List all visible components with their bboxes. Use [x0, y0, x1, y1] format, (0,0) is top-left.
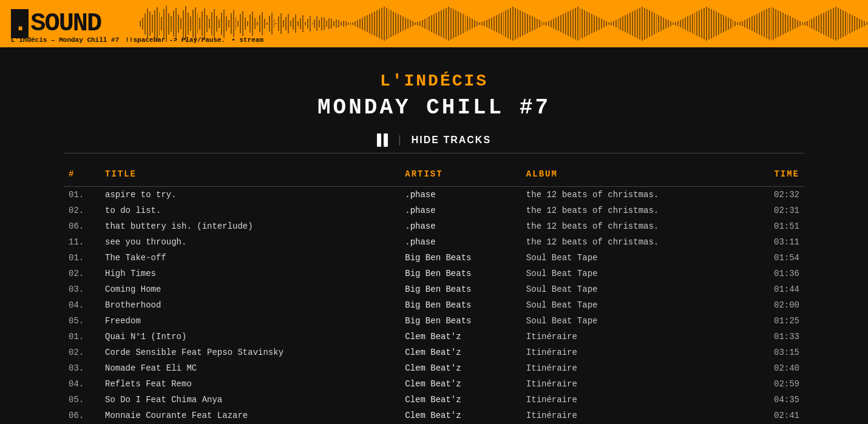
- table-row[interactable]: 06. that buttery ish. (interlude) .phase…: [64, 218, 804, 234]
- track-album: Soul Beat Tape: [521, 281, 748, 297]
- track-title: Freedom: [100, 313, 400, 329]
- track-artist: Big Ben Beats: [400, 297, 521, 313]
- track-time: 01:54: [748, 250, 804, 266]
- table-row[interactable]: 04. Brotherhood Big Ben Beats Soul Beat …: [64, 297, 804, 313]
- col-num: #: [64, 166, 100, 187]
- table-row[interactable]: 05. So Do I Feat Chima Anya Clem Beat'z …: [64, 392, 804, 408]
- track-time: 02:32: [748, 187, 804, 203]
- table-header: # TITLE ARTIST ALBUM TIME: [64, 166, 804, 187]
- artist-name: L'INDÉCIS: [64, 72, 804, 90]
- table-row[interactable]: 03. Nomade Feat Eli MC Clem Beat'z Itiné…: [64, 360, 804, 376]
- track-num: 06.: [64, 218, 100, 234]
- table-row[interactable]: 01. The Take-off Big Ben Beats Soul Beat…: [64, 250, 804, 266]
- track-artist: Big Ben Beats: [400, 250, 521, 266]
- track-artist: Big Ben Beats: [400, 266, 521, 281]
- table-row[interactable]: 11. see you through. .phase the 12 beats…: [64, 234, 804, 250]
- pause-bar-right: [384, 133, 388, 147]
- stream-link[interactable]: • stream: [231, 36, 263, 44]
- track-time: 01:25: [748, 313, 804, 329]
- track-num: 02.: [64, 203, 100, 218]
- divider: [64, 153, 804, 153]
- track-time: 02:59: [748, 376, 804, 392]
- logo-dot: .: [11, 9, 29, 38]
- now-playing-bar: L'indécis – Monday Chill #7 !!spacebar -…: [11, 36, 263, 44]
- track-num: 04.: [64, 297, 100, 313]
- col-time: TIME: [748, 166, 804, 187]
- track-artist: Big Ben Beats: [400, 313, 521, 329]
- track-title: Coming Home: [100, 281, 400, 297]
- track-time: 01:33: [748, 329, 804, 345]
- table-row[interactable]: 06. Monnaie Courante Feat Lazare Clem Be…: [64, 408, 804, 423]
- col-artist: ARTIST: [400, 166, 521, 187]
- header-row: # TITLE ARTIST ALBUM TIME: [64, 166, 804, 187]
- track-artist: .phase: [400, 187, 521, 203]
- track-title: to do list.: [100, 203, 400, 218]
- main-content: L'INDÉCIS MONDAY CHILL #7 | HIDE TRACKS …: [39, 47, 829, 424]
- table-row[interactable]: 01. aspire to try. .phase the 12 beats o…: [64, 187, 804, 203]
- track-num: 03.: [64, 360, 100, 376]
- track-num: 06.: [64, 408, 100, 423]
- album-title: MONDAY CHILL #7: [64, 95, 804, 120]
- track-artist: Clem Beat'z: [400, 360, 521, 376]
- track-artist: .phase: [400, 218, 521, 234]
- track-artist: .phase: [400, 234, 521, 250]
- track-title: So Do I Feat Chima Anya: [100, 392, 400, 408]
- track-time: 02:31: [748, 203, 804, 218]
- track-num: 03.: [64, 281, 100, 297]
- track-title: Monnaie Courante Feat Lazare: [100, 408, 400, 423]
- track-artist: Clem Beat'z: [400, 345, 521, 360]
- track-num: 02.: [64, 345, 100, 360]
- track-album: Soul Beat Tape: [521, 297, 748, 313]
- col-title: TITLE: [100, 166, 400, 187]
- track-artist: Big Ben Beats: [400, 281, 521, 297]
- track-title: that buttery ish. (interlude): [100, 218, 400, 234]
- track-time: 02:40: [748, 360, 804, 376]
- track-time: 01:51: [748, 218, 804, 234]
- hint-text: !!spacebar -> Play/Pause.: [125, 36, 225, 44]
- track-list: 01. aspire to try. .phase the 12 beats o…: [64, 187, 804, 425]
- track-time: 04:35: [748, 392, 804, 408]
- controls-row: | HIDE TRACKS: [64, 133, 804, 147]
- track-time: 02:41: [748, 408, 804, 423]
- track-time: 03:11: [748, 234, 804, 250]
- track-num: 05.: [64, 392, 100, 408]
- track-album: Itinéraire: [521, 329, 748, 345]
- table-row[interactable]: 02. High Times Big Ben Beats Soul Beat T…: [64, 266, 804, 281]
- track-title: Corde Sensible Feat Pepso Stavinsky: [100, 345, 400, 360]
- track-album: Itinéraire: [521, 408, 748, 423]
- now-playing-text: L'indécis – Monday Chill #7: [11, 36, 119, 44]
- track-title: see you through.: [100, 234, 400, 250]
- track-title: aspire to try.: [100, 187, 400, 203]
- track-title: Quai N°1 (Intro): [100, 329, 400, 345]
- track-album: the 12 beats of christmas.: [521, 218, 748, 234]
- table-row[interactable]: 02. to do list. .phase the 12 beats of c…: [64, 203, 804, 218]
- track-artist: Clem Beat'z: [400, 392, 521, 408]
- pause-button[interactable]: [377, 133, 388, 147]
- track-title: Reflets Feat Remo: [100, 376, 400, 392]
- track-album: the 12 beats of christmas.: [521, 234, 748, 250]
- track-album: Itinéraire: [521, 345, 748, 360]
- table-row[interactable]: 03. Coming Home Big Ben Beats Soul Beat …: [64, 281, 804, 297]
- track-artist: Clem Beat'z: [400, 408, 521, 423]
- track-title: The Take-off: [100, 250, 400, 266]
- track-album: Itinéraire: [521, 392, 748, 408]
- track-artist: Clem Beat'z: [400, 329, 521, 345]
- track-album: Soul Beat Tape: [521, 313, 748, 329]
- track-table: # TITLE ARTIST ALBUM TIME 01. aspire to …: [64, 166, 804, 424]
- table-row[interactable]: 01. Quai N°1 (Intro) Clem Beat'z Itinéra…: [64, 329, 804, 345]
- track-album: the 12 beats of christmas.: [521, 187, 748, 203]
- table-row[interactable]: 02. Corde Sensible Feat Pepso Stavinsky …: [64, 345, 804, 360]
- hide-tracks-button[interactable]: HIDE TRACKS: [412, 135, 491, 146]
- track-num: 11.: [64, 234, 100, 250]
- track-album: Soul Beat Tape: [521, 266, 748, 281]
- track-time: 01:44: [748, 281, 804, 297]
- track-title: Brotherhood: [100, 297, 400, 313]
- controls-separator: |: [396, 134, 403, 146]
- track-time: 03:15: [748, 345, 804, 360]
- table-row[interactable]: 05. Freedom Big Ben Beats Soul Beat Tape…: [64, 313, 804, 329]
- table-row[interactable]: 04. Reflets Feat Remo Clem Beat'z Itinér…: [64, 376, 804, 392]
- track-num: 01.: [64, 187, 100, 203]
- track-artist: Clem Beat'z: [400, 376, 521, 392]
- track-title: Nomade Feat Eli MC: [100, 360, 400, 376]
- track-album: Itinéraire: [521, 360, 748, 376]
